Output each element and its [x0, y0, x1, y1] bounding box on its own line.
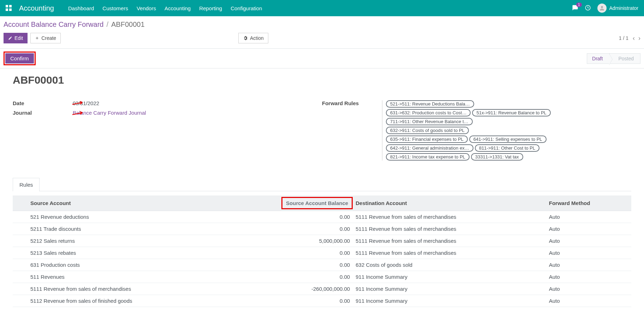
apps-icon[interactable]: [6, 5, 12, 11]
pager-text: 1 / 1: [619, 35, 628, 41]
breadcrumb-separator: /: [106, 20, 108, 29]
status-posted[interactable]: Posted: [609, 53, 640, 64]
brand-title: Accounting: [19, 4, 54, 12]
cell-forward-method: Auto: [546, 295, 631, 307]
cell-forward-method: Auto: [546, 211, 631, 223]
table-row[interactable]: 5212 Sales returns 5,000,000.00 5111 Rev…: [13, 235, 631, 247]
cell-source-account: 5111 Revenue from sales of merchandises: [28, 283, 223, 295]
forward-rule-tag[interactable]: 811->911: Other Cost to PL: [475, 144, 539, 152]
table-row[interactable]: 631 Production costs 0.00 632 Costs of g…: [13, 259, 631, 271]
annotation-arrow: [72, 101, 85, 107]
nav-accounting[interactable]: Accounting: [165, 5, 191, 11]
cell-forward-method: Auto: [546, 235, 631, 247]
th-source-account[interactable]: Source Account: [28, 195, 223, 211]
cell-source-account: 5212 Sales returns: [28, 235, 223, 247]
edit-button[interactable]: Edit: [4, 33, 28, 43]
activity-icon[interactable]: [585, 5, 591, 12]
nav-dashboard[interactable]: Dashboard: [68, 5, 94, 11]
cell-source-balance: 0.00: [223, 223, 353, 235]
forward-rule-tag[interactable]: 635->911: Financial expenses to PL: [386, 136, 468, 143]
cell-source-balance: 0.00: [223, 259, 353, 271]
nav-items: Dashboard Customers Vendors Accounting R…: [68, 5, 572, 11]
user-menu[interactable]: Administrator: [597, 4, 638, 13]
action-button[interactable]: Action: [238, 33, 268, 43]
forward-rule-tag[interactable]: 821->911: Income tax expense to PL: [386, 153, 470, 161]
confirm-highlight: Confirm: [4, 52, 36, 65]
nav-vendors[interactable]: Vendors: [137, 5, 156, 11]
pager-next[interactable]: ›: [638, 35, 640, 42]
chat-icon[interactable]: 1: [572, 5, 578, 12]
breadcrumb-parent[interactable]: Account Balance Carry Forward: [4, 20, 103, 29]
table-row[interactable]: 511 Revenues 0.00 911 Income Summary Aut…: [13, 271, 631, 283]
cell-source-account: 511 Revenues: [28, 271, 223, 283]
date-label: Date: [13, 100, 73, 106]
pager: 1 / 1 ‹ ›: [619, 35, 640, 42]
tabs: Rules: [13, 177, 631, 191]
cell-forward-method: Auto: [546, 271, 631, 283]
forward-rule-tag[interactable]: 33311->1331: Vat tax: [471, 153, 523, 161]
cell-dest-account: 5111 Revenue from sales of merchandises: [353, 235, 546, 247]
th-source-balance[interactable]: Source Account Balance: [223, 195, 353, 211]
forward-rule-tag[interactable]: 51x->911: Revenue Balance to PL: [472, 109, 550, 116]
cell-source-account: 631 Production costs: [28, 259, 223, 271]
table-row[interactable]: 521 Revenue deductions 0.00 5111 Revenue…: [13, 211, 631, 223]
cell-source-account: 521 Revenue deductions: [28, 211, 223, 223]
rules-table: Source Account Source Account Balance De…: [13, 195, 631, 307]
cell-source-balance: -260,000,000.00: [223, 283, 353, 295]
forward-rule-tag[interactable]: 641->911: Selling expenses to PL: [469, 136, 547, 143]
cell-forward-method: Auto: [546, 247, 631, 259]
journal-label: Journal: [13, 110, 73, 116]
form-sheet: ABF00001 Date 03/31/2022 Journal Balance…: [0, 68, 644, 314]
table-row[interactable]: 5213 Sales rebates 0.00 5111 Revenue fro…: [13, 247, 631, 259]
breadcrumb: Account Balance Carry Forward / ABF00001: [0, 16, 644, 31]
tab-rules[interactable]: Rules: [13, 178, 40, 191]
record-title: ABF00001: [13, 74, 631, 86]
th-pad: [13, 195, 28, 211]
forward-rule-tag[interactable]: 711->911: Other Revenue Balance t…: [386, 118, 473, 125]
table-row[interactable]: 5211 Trade discounts 0.00 5111 Revenue f…: [13, 223, 631, 235]
create-label: Create: [41, 35, 56, 41]
nav-customers[interactable]: Customers: [102, 5, 128, 11]
cell-dest-account: 5111 Revenue from sales of merchandises: [353, 223, 546, 235]
status-stages: Draft Posted: [587, 53, 640, 64]
breadcrumb-current: ABF00001: [111, 20, 145, 29]
cell-forward-method: Auto: [546, 283, 631, 295]
chat-badge: 1: [576, 2, 582, 7]
cell-dest-account: 911 Income Summary: [353, 295, 546, 307]
cell-source-account: 5213 Sales rebates: [28, 247, 223, 259]
forward-rules-label: Forward Rules: [322, 100, 382, 161]
cell-source-balance: 0.00: [223, 271, 353, 283]
edit-label: Edit: [14, 35, 23, 41]
th-dest-account[interactable]: Destination Account: [353, 195, 546, 211]
cell-source-account: 5211 Trade discounts: [28, 223, 223, 235]
table-row[interactable]: 5112 Revenue from sales of finished good…: [13, 295, 631, 307]
table-row[interactable]: 5111 Revenue from sales of merchandises …: [13, 283, 631, 295]
create-button[interactable]: Create: [30, 33, 61, 43]
th-forward-method[interactable]: Forward Method: [546, 195, 631, 211]
action-label: Action: [250, 35, 264, 41]
nav-configuration[interactable]: Configuration: [231, 5, 262, 11]
svg-point-1: [601, 6, 603, 8]
nav-reporting[interactable]: Reporting: [199, 5, 222, 11]
forward-rule-tag[interactable]: 632->911: Costs of goods sold to PL: [386, 127, 469, 134]
status-draft[interactable]: Draft: [587, 53, 609, 64]
forward-rule-tag[interactable]: 631->632: Production costs to Cost…: [386, 109, 471, 116]
forward-rule-tag[interactable]: 521->511: Revenue Deductions Bala…: [386, 100, 474, 108]
cell-source-balance: 0.00: [223, 247, 353, 259]
cell-source-balance: 5,000,000.00: [223, 235, 353, 247]
cell-dest-account: 5111 Revenue from sales of merchandises: [353, 211, 546, 223]
cell-source-balance: 0.00: [223, 211, 353, 223]
confirm-button[interactable]: Confirm: [5, 53, 34, 64]
cell-forward-method: Auto: [546, 259, 631, 271]
cell-source-balance: 0.00: [223, 295, 353, 307]
pager-prev[interactable]: ‹: [633, 35, 635, 42]
forward-rule-tag[interactable]: 642->911: General administration ex…: [386, 144, 473, 152]
cell-dest-account: 911 Income Summary: [353, 271, 546, 283]
control-bar: Edit Create Action 1 / 1 ‹ ›: [0, 31, 644, 49]
cell-forward-method: Auto: [546, 223, 631, 235]
cell-dest-account: 5111 Revenue from sales of merchandises: [353, 247, 546, 259]
cell-source-account: 5112 Revenue from sales of finished good…: [28, 295, 223, 307]
avatar: [597, 4, 607, 13]
forward-rules-tags: 521->511: Revenue Deductions Bala…631->6…: [382, 100, 551, 161]
cell-dest-account: 632 Costs of goods sold: [353, 259, 546, 271]
